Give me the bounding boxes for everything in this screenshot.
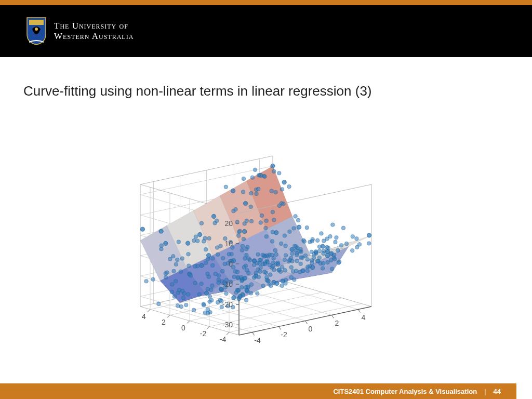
svg-point-217 (335, 235, 339, 240)
svg-point-236 (206, 257, 210, 261)
svg-point-356 (305, 225, 309, 230)
svg-line-438 (252, 332, 255, 336)
svg-point-307 (329, 258, 333, 262)
svg-point-283 (244, 298, 248, 302)
svg-point-256 (263, 262, 267, 266)
svg-point-329 (264, 219, 269, 223)
svg-point-300 (165, 271, 169, 275)
svg-point-134 (261, 284, 265, 288)
svg-point-185 (151, 277, 155, 282)
svg-point-404 (194, 235, 198, 239)
svg-point-281 (325, 237, 329, 241)
svg-point-278 (240, 248, 244, 252)
svg-point-373 (181, 289, 185, 293)
svg-point-393 (176, 291, 180, 295)
svg-point-250 (236, 275, 240, 280)
svg-point-251 (200, 221, 204, 225)
svg-text:0: 0 (309, 325, 313, 333)
svg-point-361 (294, 215, 298, 219)
svg-point-95 (325, 254, 329, 258)
svg-point-260 (280, 284, 284, 288)
svg-point-220 (224, 185, 228, 189)
svg-point-123 (144, 279, 149, 283)
svg-point-98 (325, 249, 329, 254)
svg-point-245 (272, 218, 276, 222)
svg-point-255 (216, 252, 220, 257)
svg-line-444 (332, 315, 334, 318)
svg-point-189 (157, 302, 161, 306)
svg-text:-20: -20 (222, 300, 233, 309)
svg-point-422 (208, 295, 212, 299)
svg-point-410 (246, 245, 250, 249)
svg-point-205 (204, 261, 208, 265)
svg-point-407 (273, 248, 277, 252)
svg-point-395 (181, 296, 185, 300)
svg-point-161 (257, 275, 261, 279)
svg-point-292 (336, 248, 340, 252)
svg-point-401 (295, 259, 299, 263)
svg-point-382 (216, 300, 220, 304)
svg-rect-0 (29, 20, 44, 25)
svg-point-377 (221, 256, 225, 260)
svg-point-339 (238, 229, 242, 233)
svg-point-264 (310, 239, 314, 243)
svg-line-454 (167, 315, 170, 318)
svg-point-350 (292, 227, 296, 231)
svg-point-243 (317, 256, 322, 260)
svg-point-231 (177, 240, 181, 244)
top-accent-bar (0, 0, 532, 5)
svg-point-174 (264, 234, 269, 238)
svg-point-321 (249, 291, 253, 296)
svg-point-172 (299, 262, 303, 266)
university-name-line2: Western Australia (54, 31, 134, 42)
svg-point-221 (302, 240, 307, 244)
svg-point-405 (314, 251, 318, 256)
svg-point-323 (174, 262, 178, 267)
svg-line-440 (279, 327, 281, 330)
svg-point-72 (204, 291, 208, 295)
svg-point-381 (159, 247, 164, 251)
svg-point-326 (334, 240, 338, 244)
svg-point-164 (250, 176, 255, 180)
svg-point-423 (170, 290, 174, 294)
svg-point-360 (235, 288, 240, 292)
svg-point-319 (305, 269, 310, 273)
svg-line-456 (148, 310, 150, 312)
svg-point-82 (197, 232, 202, 236)
svg-point-303 (283, 268, 287, 272)
svg-text:-2: -2 (281, 330, 287, 339)
svg-point-425 (259, 258, 263, 262)
svg-point-234 (308, 264, 312, 269)
svg-point-222 (176, 258, 180, 262)
svg-point-398 (272, 169, 276, 174)
svg-point-310 (217, 273, 221, 277)
svg-point-362 (217, 281, 221, 285)
svg-point-225 (284, 254, 288, 258)
svg-point-263 (179, 270, 183, 274)
svg-point-146 (206, 272, 210, 276)
svg-point-386 (287, 184, 291, 189)
svg-text:2: 2 (335, 319, 339, 327)
svg-point-223 (187, 264, 191, 268)
svg-point-238 (305, 257, 310, 261)
svg-point-200 (298, 270, 302, 274)
svg-point-116 (242, 237, 246, 241)
svg-text:20: 20 (224, 219, 233, 228)
svg-text:4: 4 (362, 313, 366, 322)
svg-point-328 (245, 253, 249, 257)
svg-point-366 (233, 270, 237, 274)
svg-text:0: 0 (181, 324, 185, 332)
svg-point-417 (209, 298, 214, 302)
svg-point-318 (193, 281, 197, 285)
svg-point-392 (215, 219, 219, 223)
svg-point-408 (240, 275, 244, 280)
svg-point-257 (257, 174, 261, 178)
svg-point-379 (200, 282, 204, 286)
svg-point-94 (243, 201, 247, 205)
svg-point-277 (288, 230, 292, 234)
svg-point-388 (322, 249, 326, 253)
svg-point-384 (322, 261, 326, 265)
svg-point-216 (220, 269, 224, 273)
svg-point-295 (315, 238, 320, 243)
svg-point-421 (172, 295, 177, 299)
